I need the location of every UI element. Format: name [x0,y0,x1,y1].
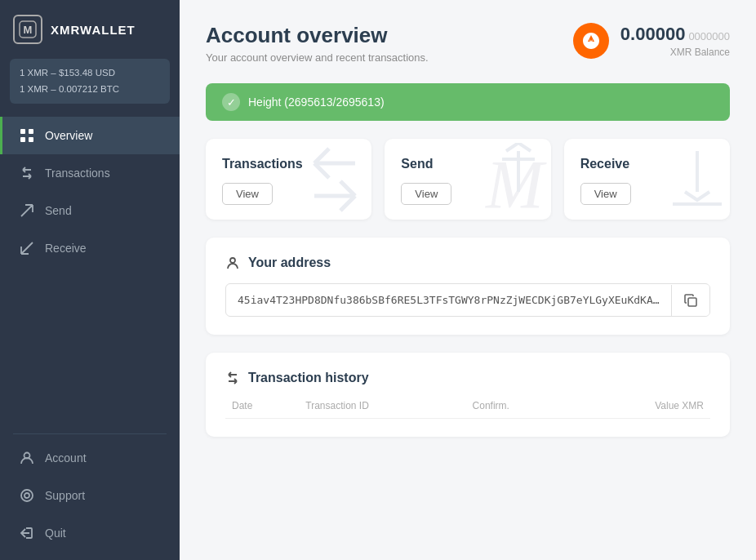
logo-icon: M [13,15,42,44]
cards-row: Transactions View Send View M Receiv [206,139,730,220]
balance-label: XMR Balance [620,47,730,58]
sidebar-bottom-nav: Account Support Quit [0,439,180,560]
sync-check-icon: ✓ [222,93,240,111]
tx-history-header: Transaction history [225,371,710,385]
sidebar-nav: Overview Transactions Send [0,110,180,429]
address-display: 45iav4T23HPD8DNfu386bSBf6RE5L3TFsTGWY8rP… [225,283,710,317]
monero-logo [573,23,609,59]
tx-history-title: Transaction history [248,371,369,385]
sync-status-bar: ✓ Height (2695613/2695613) [206,83,730,121]
main-content: Account overview Your account overview a… [180,0,756,560]
card-send: Send View M [385,139,550,220]
svg-rect-5 [29,137,33,142]
balance-btc: 1 XMR – 0.007212 BTC [20,82,160,98]
balance-value: 0.000000000000 [620,24,730,45]
quit-icon [19,525,35,541]
transaction-history-section: Transaction history Date Transaction ID … [206,353,730,437]
account-icon [19,450,35,466]
receive-bg-icon [656,143,730,220]
col-date: Date [225,397,299,419]
tx-table: Date Transaction ID Confirm. Value XMR [225,397,710,419]
svg-rect-11 [688,298,696,306]
address-section: Your address 45iav4T23HPD8DNfu386bSBf6RE… [206,238,730,335]
card-receive: Receive View [564,139,730,220]
card-transactions: Transactions View [206,139,371,220]
svg-text:M: M [24,24,33,36]
svg-point-8 [24,493,29,498]
sidebar-logo: M XMRWALLET [0,0,180,59]
transactions-icon [19,165,35,181]
tx-icon [225,371,240,385]
col-confirm: Confirm. [466,397,576,419]
sidebar-item-account[interactable]: Account [0,439,180,477]
wallet-address: 45iav4T23HPD8DNfu386bSBf6RE5L3TFsTGWY8rP… [226,284,671,316]
sidebar-item-label: Transactions [45,167,110,180]
address-section-title: Your address [248,256,331,270]
sidebar-item-label: Account [45,451,87,464]
sidebar-item-label: Quit [45,527,66,540]
svg-point-10 [230,258,235,263]
copy-address-button[interactable] [671,285,709,316]
header-text: Account overview Your account overview a… [206,23,429,64]
svg-rect-2 [20,129,25,134]
balance-display: 0.000000000000 XMR Balance [620,24,730,58]
sidebar: M XMRWALLET 1 XMR – $153.48 USD 1 XMR – … [0,0,180,560]
col-value: Value XMR [575,397,710,419]
sync-text: Height (2695613/2695613) [248,96,385,109]
page-subtitle: Your account overview and recent transac… [206,51,429,64]
receive-view-button[interactable]: View [580,183,631,205]
col-tx-id: Transaction ID [299,397,465,419]
sidebar-item-label: Support [45,489,85,502]
send-icon [19,202,35,219]
svg-point-7 [21,490,33,501]
transactions-bg-icon [290,143,371,220]
app-name: XMRWALLET [51,23,136,37]
send-view-button[interactable]: View [401,183,451,205]
sidebar-item-send[interactable]: Send [0,192,180,229]
sidebar-item-label: Overview [45,129,92,142]
sidebar-divider [13,433,167,434]
transactions-view-button[interactable]: View [222,183,273,205]
page-title: Account overview [206,23,429,48]
send-bg-icon: M [478,143,551,220]
svg-text:M: M [485,146,547,216]
svg-rect-3 [29,129,33,134]
balance-usd: 1 XMR – $153.48 USD [20,65,160,82]
sidebar-item-receive[interactable]: Receive [0,229,180,267]
sidebar-item-label: Receive [45,242,87,255]
address-section-header: Your address [225,256,710,270]
page-header: Account overview Your account overview a… [206,23,730,64]
sidebar-item-transactions[interactable]: Transactions [0,154,180,192]
overview-icon [19,127,35,144]
address-icon [225,256,240,270]
sidebar-item-label: Send [45,204,72,217]
receive-icon [19,240,35,256]
copy-icon [683,293,698,308]
sidebar-item-quit[interactable]: Quit [0,514,180,552]
svg-rect-4 [20,137,25,142]
support-icon [19,487,35,504]
header-balance: 0.000000000000 XMR Balance [573,23,730,59]
sidebar-item-support[interactable]: Support [0,477,180,514]
sidebar-balance-box: 1 XMR – $153.48 USD 1 XMR – 0.007212 BTC [10,59,170,104]
sidebar-item-overview[interactable]: Overview [0,117,180,154]
